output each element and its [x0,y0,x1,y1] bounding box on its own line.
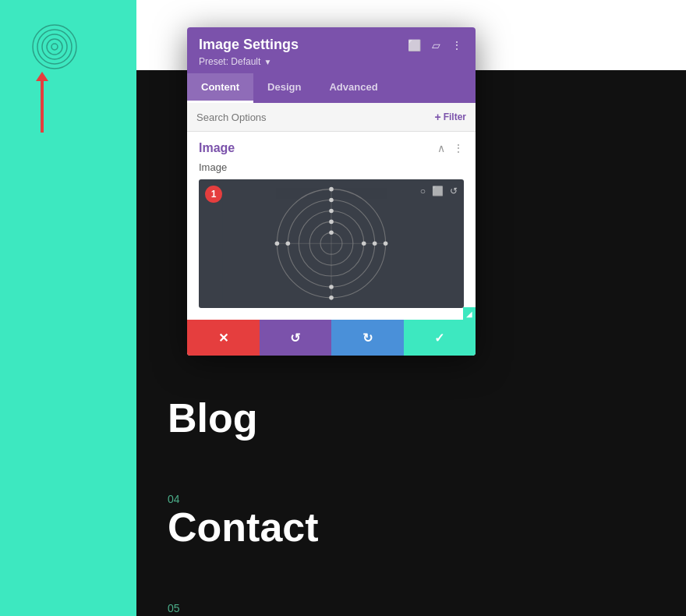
tab-advanced[interactable]: Advanced [315,73,391,103]
redo-button[interactable]: ↻ [331,320,404,356]
radar-image-preview [212,186,451,302]
svg-point-18 [373,242,377,246]
svg-point-21 [329,209,334,214]
svg-point-22 [362,242,366,246]
svg-point-20 [286,242,291,246]
nav-item-resources: 05 Resources [136,586,686,616]
filter-button[interactable]: + Filter [434,111,466,123]
contact-label: Contact [168,507,655,547]
image-refresh-icon[interactable]: ↺ [450,186,458,196]
logo-icon [31,23,78,70]
modal-header-icons: ⬜ ▱ ⋮ [406,37,464,53]
logo-area [23,16,86,78]
modal-tabs: Content Design Advanced [187,73,476,103]
save-button[interactable]: ✓ [404,320,476,356]
preset-label: Preset: Default [199,56,260,67]
split-icon[interactable]: ▱ [430,37,442,53]
svg-point-24 [329,231,334,235]
modal-header-top: Image Settings ⬜ ▱ ⋮ [199,37,464,53]
svg-point-14 [384,242,388,246]
undo-button[interactable]: ↺ [260,320,332,356]
blog-label: Blog [168,398,655,438]
cancel-button[interactable]: ✕ [187,320,260,356]
resize-handle[interactable]: ◢ [463,307,476,320]
svg-point-2 [42,34,67,59]
nav-item-contact: 04 Contact [136,477,686,586]
svg-point-13 [329,187,334,192]
svg-point-23 [329,220,334,225]
fullscreen-icon[interactable]: ⬜ [406,37,423,53]
image-settings-modal: Image Settings ⬜ ▱ ⋮ Preset: Default ▼ C… [187,27,476,356]
resources-number: 05 [168,602,655,614]
filter-plus-icon: + [434,111,440,123]
search-input[interactable] [196,112,428,123]
search-bar: + Filter [187,103,476,132]
image-action-icons: ○ ⬜ ↺ [420,186,458,196]
svg-point-17 [329,198,334,203]
svg-point-4 [51,44,58,50]
image-section-header: Image ∧ ⋮ [187,132,476,161]
svg-point-15 [329,296,334,300]
svg-point-3 [47,39,62,55]
teal-sidebar [0,0,136,616]
image-field-label: Image [187,161,476,179]
image-badge: 1 [205,186,222,203]
image-delete-icon[interactable]: ⬜ [432,186,444,196]
tab-design[interactable]: Design [253,73,315,103]
action-bar: ✕ ↺ ↻ ✓ [187,320,476,356]
section-controls: ∧ ⋮ [437,142,464,154]
section-more-icon[interactable]: ⋮ [453,142,464,154]
preset-chevron-icon: ▼ [263,58,271,66]
collapse-icon[interactable]: ∧ [437,142,445,154]
filter-label: Filter [444,112,466,122]
svg-point-0 [33,25,76,69]
image-link-icon[interactable]: ○ [420,186,426,196]
image-preview[interactable]: 1 ○ ⬜ ↺ [199,179,464,308]
contact-number: 04 [168,493,655,505]
preset-selector[interactable]: Preset: Default ▼ [199,56,464,67]
svg-point-16 [275,242,280,246]
tab-content[interactable]: Content [187,73,253,103]
red-arrow-indicator [41,78,44,133]
modal-header: Image Settings ⬜ ▱ ⋮ Preset: Default ▼ [187,27,476,73]
more-icon[interactable]: ⋮ [450,37,464,53]
svg-point-19 [329,285,334,289]
modal-title: Image Settings [199,37,299,53]
image-section-title: Image [199,141,235,155]
